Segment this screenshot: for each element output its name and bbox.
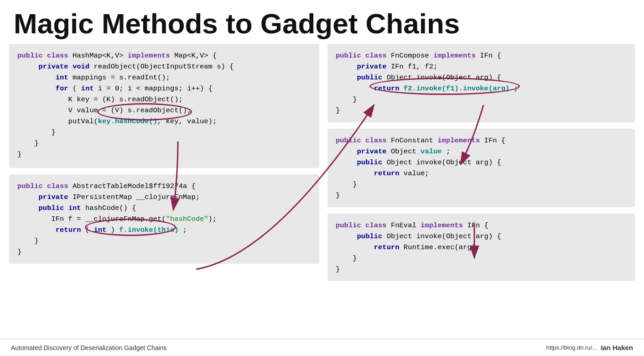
code-line: IFn f = __clojureFnMap.get("hashCode");: [17, 214, 311, 225]
page-title: Magic Methods to Gadget Chains: [0, 0, 644, 44]
code-line: V value = (V) s.readObject();: [17, 105, 311, 116]
code-line: int mappings = s.readInt();: [17, 72, 311, 83]
code-line: public int hashCode() {: [17, 203, 311, 214]
haken-brand: Ian Haken: [601, 344, 633, 351]
keyword: private: [357, 63, 387, 71]
code-line: }: [336, 105, 627, 116]
keyword: implements: [128, 52, 170, 60]
keyword: int: [68, 204, 81, 212]
code-line: private Object value ;: [336, 146, 627, 157]
code-line: public class AbstractTableModel$ff19274a…: [17, 181, 311, 192]
keyword: public class: [336, 221, 387, 230]
code-line: public class FnEval implements IFn {: [336, 220, 627, 231]
code-line: }: [336, 264, 627, 275]
content-area: public class HashMap<K,V> implements Map…: [0, 44, 644, 313]
keyword: public class: [336, 52, 387, 60]
code-line: public class FnConstant implements IFn {: [336, 135, 627, 146]
code-line: public Object invoke(Object arg) {: [336, 72, 627, 83]
keyword: public class: [17, 52, 68, 60]
code-line: private IPersistentMap __clojureFnMap;: [17, 192, 311, 203]
code-line: }: [17, 138, 311, 149]
keyword: int: [56, 73, 68, 82]
keyword: return: [374, 243, 400, 251]
code-line: return Runtime.exec(arg);: [336, 242, 627, 253]
code-line: public Object invoke(Object arg) {: [336, 231, 627, 242]
code-line: private void readObject(ObjectInputStrea…: [17, 61, 311, 72]
keyword: return: [56, 226, 81, 234]
left-panel: public class HashMap<K,V> implements Map…: [9, 44, 319, 313]
right-panel: public class FnCompose implements IFn { …: [327, 44, 635, 313]
fneval-code-block: public class FnEval implements IFn { pub…: [327, 214, 635, 281]
highlight-f2invoke: f2.invoke(f1).invoke(arg): [404, 84, 510, 93]
keyword: private: [39, 193, 68, 201]
keyword: for: [56, 84, 68, 93]
string-literal: "hashCode": [166, 215, 208, 223]
keyword: implements: [421, 221, 463, 230]
fncompose-code-block: public class FnCompose implements IFn { …: [327, 44, 635, 122]
code-line: }: [17, 246, 311, 257]
code-line: }: [336, 190, 627, 201]
highlight-invoke: f.invoke(this): [119, 226, 178, 234]
code-line: K key = (K) s.readObject();: [17, 94, 311, 105]
keyword: return: [374, 169, 400, 178]
code-line: private IFn f1, f2;: [336, 61, 627, 72]
footer-left-text: Automated Discovery of Deserialization G…: [11, 344, 167, 351]
keyword: public: [357, 158, 383, 167]
keyword: implements: [437, 136, 480, 145]
keyword: private void: [39, 63, 90, 71]
keyword: public: [357, 232, 383, 241]
fnconstant-code-block: public class FnConstant implements IFn {…: [327, 129, 635, 207]
keyword: public class: [17, 182, 68, 190]
abstract-table-code-block: public class AbstractTableModel$ff19274a…: [9, 174, 319, 264]
keyword: int: [93, 226, 106, 234]
hashmap-code-block: public class HashMap<K,V> implements Map…: [9, 44, 319, 168]
code-line: }: [336, 179, 627, 190]
footer-url: https://blog.dn.ru/...: [546, 344, 597, 351]
keyword: private: [357, 147, 387, 156]
code-line: return f2.invoke(f1).invoke(arg) ;: [336, 83, 627, 94]
code-line: return value;: [336, 168, 627, 179]
footer: Automated Discovery of Deserialization G…: [0, 339, 644, 356]
keyword: public class: [336, 136, 387, 145]
keyword: int: [81, 84, 94, 93]
code-line: for ( int i = 0; i < mappings; i++) {: [17, 83, 311, 94]
keyword: return: [374, 84, 400, 93]
code-line: }: [17, 149, 311, 160]
keyword: public: [357, 73, 383, 82]
code-line: public Object invoke(Object arg) {: [336, 157, 627, 168]
keyword: implements: [433, 52, 476, 60]
code-line: public class HashMap<K,V> implements Map…: [17, 50, 311, 61]
code-line: }: [336, 253, 627, 264]
code-line: }: [17, 127, 311, 138]
keyword: public: [39, 204, 64, 212]
footer-right: https://blog.dn.ru/... Ian Haken: [546, 344, 633, 351]
code-line: putVal(key.hashCode(), key, value);: [17, 116, 311, 127]
highlight-value: value: [421, 147, 442, 156]
code-line: }: [17, 236, 311, 246]
code-line: return ( int ) f.invoke(this) ;: [17, 225, 311, 236]
code-line: public class FnCompose implements IFn {: [336, 50, 627, 61]
code-line: }: [336, 94, 627, 105]
highlight-hashcode: key.hashCode(): [98, 117, 157, 126]
